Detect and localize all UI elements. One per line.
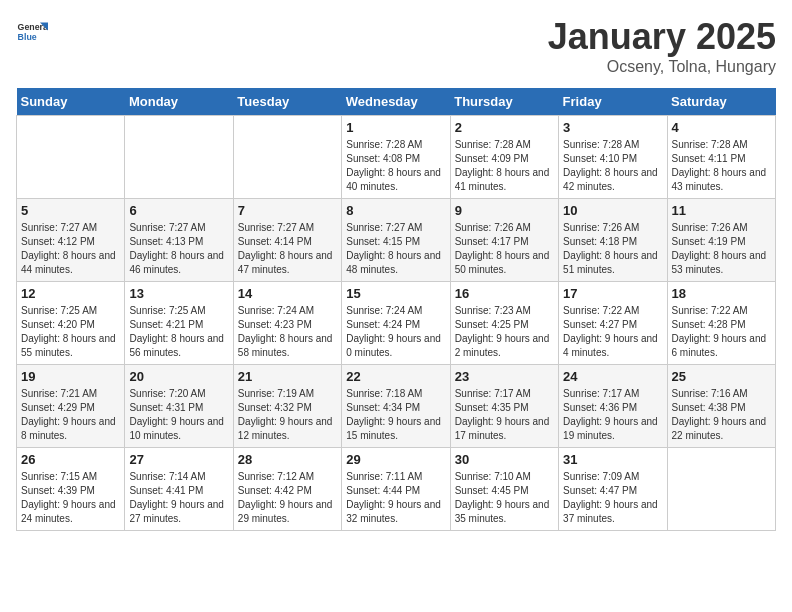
- calendar-week-1: 1Sunrise: 7:28 AM Sunset: 4:08 PM Daylig…: [17, 116, 776, 199]
- day-number: 5: [21, 203, 120, 218]
- weekday-header-row: SundayMondayTuesdayWednesdayThursdayFrid…: [17, 88, 776, 116]
- calendar-cell: 3Sunrise: 7:28 AM Sunset: 4:10 PM Daylig…: [559, 116, 667, 199]
- day-number: 14: [238, 286, 337, 301]
- day-info: Sunrise: 7:23 AM Sunset: 4:25 PM Dayligh…: [455, 304, 554, 360]
- calendar-cell: [125, 116, 233, 199]
- calendar-title: January 2025: [548, 16, 776, 58]
- calendar-cell: 6Sunrise: 7:27 AM Sunset: 4:13 PM Daylig…: [125, 199, 233, 282]
- day-number: 13: [129, 286, 228, 301]
- day-number: 24: [563, 369, 662, 384]
- day-number: 2: [455, 120, 554, 135]
- day-info: Sunrise: 7:28 AM Sunset: 4:09 PM Dayligh…: [455, 138, 554, 194]
- day-number: 26: [21, 452, 120, 467]
- logo-icon: General Blue: [16, 16, 48, 48]
- day-number: 19: [21, 369, 120, 384]
- day-info: Sunrise: 7:24 AM Sunset: 4:23 PM Dayligh…: [238, 304, 337, 360]
- day-info: Sunrise: 7:24 AM Sunset: 4:24 PM Dayligh…: [346, 304, 445, 360]
- day-info: Sunrise: 7:27 AM Sunset: 4:15 PM Dayligh…: [346, 221, 445, 277]
- calendar-cell: 11Sunrise: 7:26 AM Sunset: 4:19 PM Dayli…: [667, 199, 775, 282]
- calendar-cell: 18Sunrise: 7:22 AM Sunset: 4:28 PM Dayli…: [667, 282, 775, 365]
- calendar-cell: 4Sunrise: 7:28 AM Sunset: 4:11 PM Daylig…: [667, 116, 775, 199]
- calendar-subtitle: Ocseny, Tolna, Hungary: [548, 58, 776, 76]
- day-number: 12: [21, 286, 120, 301]
- weekday-header-friday: Friday: [559, 88, 667, 116]
- day-number: 31: [563, 452, 662, 467]
- weekday-header-thursday: Thursday: [450, 88, 558, 116]
- day-number: 29: [346, 452, 445, 467]
- day-number: 22: [346, 369, 445, 384]
- day-info: Sunrise: 7:26 AM Sunset: 4:19 PM Dayligh…: [672, 221, 771, 277]
- day-info: Sunrise: 7:16 AM Sunset: 4:38 PM Dayligh…: [672, 387, 771, 443]
- weekday-header-wednesday: Wednesday: [342, 88, 450, 116]
- calendar-cell: 7Sunrise: 7:27 AM Sunset: 4:14 PM Daylig…: [233, 199, 341, 282]
- day-info: Sunrise: 7:10 AM Sunset: 4:45 PM Dayligh…: [455, 470, 554, 526]
- day-number: 17: [563, 286, 662, 301]
- calendar-cell: 24Sunrise: 7:17 AM Sunset: 4:36 PM Dayli…: [559, 365, 667, 448]
- day-info: Sunrise: 7:22 AM Sunset: 4:27 PM Dayligh…: [563, 304, 662, 360]
- logo: General Blue: [16, 16, 48, 48]
- day-number: 1: [346, 120, 445, 135]
- day-number: 18: [672, 286, 771, 301]
- day-number: 21: [238, 369, 337, 384]
- calendar-cell: [17, 116, 125, 199]
- calendar-cell: 5Sunrise: 7:27 AM Sunset: 4:12 PM Daylig…: [17, 199, 125, 282]
- day-number: 28: [238, 452, 337, 467]
- calendar-cell: 28Sunrise: 7:12 AM Sunset: 4:42 PM Dayli…: [233, 448, 341, 531]
- calendar-cell: 16Sunrise: 7:23 AM Sunset: 4:25 PM Dayli…: [450, 282, 558, 365]
- day-info: Sunrise: 7:20 AM Sunset: 4:31 PM Dayligh…: [129, 387, 228, 443]
- day-number: 20: [129, 369, 228, 384]
- calendar-cell: 8Sunrise: 7:27 AM Sunset: 4:15 PM Daylig…: [342, 199, 450, 282]
- calendar-cell: [667, 448, 775, 531]
- header: General Blue January 2025 Ocseny, Tolna,…: [16, 16, 776, 76]
- day-info: Sunrise: 7:09 AM Sunset: 4:47 PM Dayligh…: [563, 470, 662, 526]
- day-number: 7: [238, 203, 337, 218]
- day-number: 15: [346, 286, 445, 301]
- day-info: Sunrise: 7:25 AM Sunset: 4:21 PM Dayligh…: [129, 304, 228, 360]
- day-number: 16: [455, 286, 554, 301]
- calendar-cell: 12Sunrise: 7:25 AM Sunset: 4:20 PM Dayli…: [17, 282, 125, 365]
- day-info: Sunrise: 7:27 AM Sunset: 4:12 PM Dayligh…: [21, 221, 120, 277]
- day-number: 8: [346, 203, 445, 218]
- day-number: 6: [129, 203, 228, 218]
- day-number: 30: [455, 452, 554, 467]
- calendar-cell: 23Sunrise: 7:17 AM Sunset: 4:35 PM Dayli…: [450, 365, 558, 448]
- calendar-cell: 20Sunrise: 7:20 AM Sunset: 4:31 PM Dayli…: [125, 365, 233, 448]
- day-number: 9: [455, 203, 554, 218]
- calendar-cell: 9Sunrise: 7:26 AM Sunset: 4:17 PM Daylig…: [450, 199, 558, 282]
- calendar-cell: 31Sunrise: 7:09 AM Sunset: 4:47 PM Dayli…: [559, 448, 667, 531]
- weekday-header-monday: Monday: [125, 88, 233, 116]
- day-info: Sunrise: 7:11 AM Sunset: 4:44 PM Dayligh…: [346, 470, 445, 526]
- calendar-cell: 22Sunrise: 7:18 AM Sunset: 4:34 PM Dayli…: [342, 365, 450, 448]
- day-number: 11: [672, 203, 771, 218]
- calendar-cell: 30Sunrise: 7:10 AM Sunset: 4:45 PM Dayli…: [450, 448, 558, 531]
- day-number: 25: [672, 369, 771, 384]
- day-info: Sunrise: 7:21 AM Sunset: 4:29 PM Dayligh…: [21, 387, 120, 443]
- calendar-cell: 15Sunrise: 7:24 AM Sunset: 4:24 PM Dayli…: [342, 282, 450, 365]
- day-info: Sunrise: 7:15 AM Sunset: 4:39 PM Dayligh…: [21, 470, 120, 526]
- day-info: Sunrise: 7:28 AM Sunset: 4:10 PM Dayligh…: [563, 138, 662, 194]
- day-info: Sunrise: 7:18 AM Sunset: 4:34 PM Dayligh…: [346, 387, 445, 443]
- calendar-cell: [233, 116, 341, 199]
- day-number: 4: [672, 120, 771, 135]
- day-info: Sunrise: 7:26 AM Sunset: 4:18 PM Dayligh…: [563, 221, 662, 277]
- calendar-cell: 13Sunrise: 7:25 AM Sunset: 4:21 PM Dayli…: [125, 282, 233, 365]
- weekday-header-tuesday: Tuesday: [233, 88, 341, 116]
- calendar-cell: 29Sunrise: 7:11 AM Sunset: 4:44 PM Dayli…: [342, 448, 450, 531]
- calendar-cell: 26Sunrise: 7:15 AM Sunset: 4:39 PM Dayli…: [17, 448, 125, 531]
- calendar-cell: 2Sunrise: 7:28 AM Sunset: 4:09 PM Daylig…: [450, 116, 558, 199]
- calendar-week-3: 12Sunrise: 7:25 AM Sunset: 4:20 PM Dayli…: [17, 282, 776, 365]
- day-info: Sunrise: 7:22 AM Sunset: 4:28 PM Dayligh…: [672, 304, 771, 360]
- calendar-cell: 14Sunrise: 7:24 AM Sunset: 4:23 PM Dayli…: [233, 282, 341, 365]
- day-number: 10: [563, 203, 662, 218]
- calendar-cell: 10Sunrise: 7:26 AM Sunset: 4:18 PM Dayli…: [559, 199, 667, 282]
- day-info: Sunrise: 7:14 AM Sunset: 4:41 PM Dayligh…: [129, 470, 228, 526]
- calendar-week-2: 5Sunrise: 7:27 AM Sunset: 4:12 PM Daylig…: [17, 199, 776, 282]
- calendar-cell: 19Sunrise: 7:21 AM Sunset: 4:29 PM Dayli…: [17, 365, 125, 448]
- calendar-cell: 17Sunrise: 7:22 AM Sunset: 4:27 PM Dayli…: [559, 282, 667, 365]
- day-info: Sunrise: 7:27 AM Sunset: 4:14 PM Dayligh…: [238, 221, 337, 277]
- day-number: 27: [129, 452, 228, 467]
- svg-text:Blue: Blue: [18, 32, 37, 42]
- calendar-cell: 1Sunrise: 7:28 AM Sunset: 4:08 PM Daylig…: [342, 116, 450, 199]
- title-area: January 2025 Ocseny, Tolna, Hungary: [548, 16, 776, 76]
- calendar-cell: 25Sunrise: 7:16 AM Sunset: 4:38 PM Dayli…: [667, 365, 775, 448]
